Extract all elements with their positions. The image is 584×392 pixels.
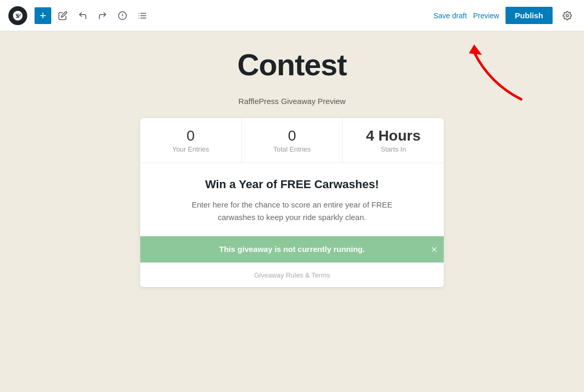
preview-button[interactable]: Preview xyxy=(473,11,499,20)
toolbar-right: Save draft Preview Publish xyxy=(433,7,576,24)
starts-in-value: 4 Hours xyxy=(366,128,421,144)
giveaway-description: Enter here for the chance to score an en… xyxy=(182,199,402,224)
your-entries-value: 0 xyxy=(145,128,236,144)
save-draft-button[interactable]: Save draft xyxy=(433,11,467,20)
stat-starts-in: 4 Hours Starts In xyxy=(343,118,444,163)
info-icon[interactable] xyxy=(114,7,131,24)
giveaway-title: Win a Year of FREE Carwashes! xyxy=(161,178,423,191)
wordpress-logo[interactable] xyxy=(8,6,27,25)
redo-icon[interactable] xyxy=(94,7,111,24)
add-block-button[interactable]: + xyxy=(35,7,51,24)
wp-icon xyxy=(12,10,24,21)
svg-point-9 xyxy=(566,14,569,17)
edit-icon[interactable] xyxy=(54,7,71,24)
arrow-annotation xyxy=(469,42,532,112)
publish-button[interactable]: Publish xyxy=(506,7,553,24)
stat-your-entries: 0 Your Entries xyxy=(140,118,242,163)
toolbar: + xyxy=(0,0,584,31)
undo-icon[interactable] xyxy=(74,7,91,24)
close-banner-button[interactable]: ✕ xyxy=(431,245,437,255)
total-entries-label: Total Entries xyxy=(247,145,338,153)
stat-total-entries: 0 Total Entries xyxy=(242,118,343,163)
total-entries-value: 0 xyxy=(247,128,338,144)
giveaway-card: 0 Your Entries 0 Total Entries 4 Hours S… xyxy=(140,118,444,287)
starts-in-label: Starts In xyxy=(348,145,439,153)
list-view-icon[interactable] xyxy=(134,7,151,24)
page-title: Contest xyxy=(238,47,347,82)
giveaway-status-banner: This giveaway is not currently running. … xyxy=(140,236,444,262)
stats-row: 0 Your Entries 0 Total Entries 4 Hours S… xyxy=(140,118,444,163)
main-content: Contest RafflePress Giveaway Preview 0 Y… xyxy=(0,31,584,392)
gear-icon xyxy=(563,11,572,20)
giveaway-status-text: This giveaway is not currently running. xyxy=(219,245,365,253)
your-entries-label: Your Entries xyxy=(145,145,236,153)
giveaway-rules-label[interactable]: Giveaway Rules & Terms xyxy=(254,271,330,279)
toolbar-left: + xyxy=(8,6,433,25)
svg-marker-10 xyxy=(469,44,482,55)
page-subtitle: RafflePress Giveaway Preview xyxy=(239,97,346,106)
settings-button[interactable] xyxy=(559,7,576,24)
giveaway-rules[interactable]: Giveaway Rules & Terms xyxy=(140,262,444,287)
card-body: Win a Year of FREE Carwashes! Enter here… xyxy=(140,163,444,236)
